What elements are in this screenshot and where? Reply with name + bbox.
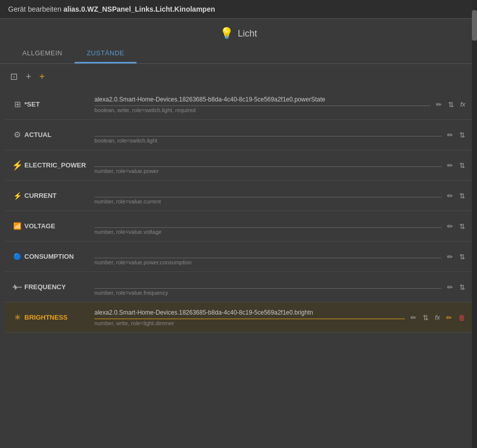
electric-power-icon: ⚡ xyxy=(10,160,24,171)
consumption-meta: number, role=value.power.consumption xyxy=(94,259,441,265)
brightness-label: BRIGHTNESS xyxy=(24,314,90,321)
state-row-electric-power: ⚡ ELECTRIC_POWER number, role=value.powe… xyxy=(5,150,472,181)
current-sort-btn[interactable]: ⇅ xyxy=(458,191,467,201)
frequency-value[interactable] xyxy=(94,279,441,289)
brightness-fx-btn[interactable]: fx xyxy=(433,313,441,322)
current-value[interactable] xyxy=(94,187,441,197)
set-fx-btn[interactable]: fx xyxy=(459,99,467,109)
brightness-pencil-btn[interactable]: ✏ xyxy=(445,313,454,323)
header-prefix: Gerät bearbeiten xyxy=(8,5,61,13)
brightness-meta: number, write, role=light.dimmer xyxy=(94,320,405,326)
plus-icon[interactable]: + xyxy=(26,72,31,82)
frequency-icon xyxy=(10,283,24,291)
electric-power-sort-btn[interactable]: ⇅ xyxy=(458,160,467,170)
states-list: ⊞ *SET alexa2.0.Smart-Home-Devices.18263… xyxy=(0,89,477,333)
frequency-meta: number, role=value.frequency xyxy=(94,290,441,296)
state-row-set: ⊞ *SET alexa2.0.Smart-Home-Devices.18263… xyxy=(5,89,472,120)
brightness-delete-btn[interactable]: 🗑 xyxy=(457,313,467,323)
current-label: CURRENT xyxy=(24,192,90,199)
electric-power-actions: ✏ ⇅ xyxy=(446,160,467,170)
scrollbar[interactable] xyxy=(472,0,477,448)
electric-power-value[interactable] xyxy=(94,157,441,167)
page-header: Gerät bearbeiten alias.0.WZ_NSPanel_Link… xyxy=(0,0,477,19)
tab-allgemein[interactable]: ALLGEMEIN xyxy=(10,44,75,63)
current-edit-btn[interactable]: ✏ xyxy=(446,191,455,201)
consumption-icon: 🔵 xyxy=(10,253,24,260)
set-input-area: alexa2.0.Smart-Home-Devices.18263685-b8d… xyxy=(94,96,430,113)
voltage-meta: number, role=value.voltage xyxy=(94,229,441,235)
electric-power-input-area: number, role=value.power xyxy=(94,157,441,174)
voltage-sort-btn[interactable]: ⇅ xyxy=(458,221,467,231)
voltage-actions: ✏ ⇅ xyxy=(446,221,467,231)
current-meta: number, role=value.current xyxy=(94,198,441,204)
frequency-actions: ✏ ⇅ xyxy=(446,282,467,292)
frequency-sort-btn[interactable]: ⇅ xyxy=(458,282,467,292)
consumption-input-area: number, role=value.power.consumption xyxy=(94,248,441,265)
frequency-edit-btn[interactable]: ✏ xyxy=(446,282,455,292)
set-label: *SET xyxy=(24,100,90,108)
actual-value[interactable] xyxy=(94,126,441,136)
bulb-icon: 💡 xyxy=(220,27,233,40)
device-title-bar: 💡 Licht xyxy=(0,19,477,44)
header-title: alias.0.WZ_NSPanel_Links.Licht.Kinolampe… xyxy=(63,5,215,13)
current-input-area: number, role=value.current xyxy=(94,187,441,204)
consumption-value[interactable] xyxy=(94,248,441,258)
set-meta: boolean, write, role=switch.light, requi… xyxy=(94,107,430,113)
actual-icon: ⚙ xyxy=(10,130,24,140)
brightness-actions: ✏ ⇅ fx ✏ 🗑 xyxy=(409,313,467,323)
set-icon: ⊞ xyxy=(10,99,24,109)
device-name: Licht xyxy=(237,28,257,39)
electric-power-meta: number, role=value.power xyxy=(94,168,441,174)
actual-actions: ✏ ⇅ xyxy=(446,130,467,140)
voltage-label: VOLTAGE xyxy=(24,222,90,230)
state-row-brightness: ✳ BRIGHTNESS alexa2.0.Smart-Home-Devices… xyxy=(5,302,472,333)
voltage-edit-btn[interactable]: ✏ xyxy=(446,221,455,231)
consumption-label: CONSUMPTION xyxy=(24,253,90,260)
state-row-current: ⚡ CURRENT number, role=value.current ✏ ⇅ xyxy=(5,181,472,211)
brightness-input-area: alexa2.0.Smart-Home-Devices.18263685-b8d… xyxy=(94,309,405,326)
voltage-value[interactable] xyxy=(94,218,441,228)
actual-sort-btn[interactable]: ⇅ xyxy=(458,130,467,140)
set-edit-btn[interactable]: ✏ xyxy=(434,99,444,110)
consumption-edit-btn[interactable]: ✏ xyxy=(446,252,455,262)
current-icon: ⚡ xyxy=(10,192,24,200)
electric-power-edit-btn[interactable]: ✏ xyxy=(446,160,455,170)
state-row-actual: ⚙ ACTUAL boolean, role=switch.light ✏ ⇅ xyxy=(5,120,472,150)
set-actions: ✏ ⇅ fx xyxy=(434,99,467,110)
tab-bar: ALLGEMEIN ZUSTÄNDE xyxy=(0,44,477,64)
state-row-frequency: FREQUENCY number, role=value.frequency ✏… xyxy=(5,272,472,302)
brightness-icon: ✳ xyxy=(10,313,24,322)
voltage-input-area: number, role=value.voltage xyxy=(94,218,441,235)
consumption-sort-btn[interactable]: ⇅ xyxy=(458,252,467,262)
frequency-input-area: number, role=value.frequency xyxy=(94,279,441,296)
tab-zustaende[interactable]: ZUSTÄNDE xyxy=(75,44,137,63)
brightness-sort-btn[interactable]: ⇅ xyxy=(421,313,430,323)
electric-power-label: ELECTRIC_POWER xyxy=(24,161,90,169)
state-row-voltage: 📶 VOLTAGE number, role=value.voltage ✏ ⇅ xyxy=(5,211,472,242)
scrollbar-thumb[interactable] xyxy=(472,10,477,41)
actual-label: ACTUAL xyxy=(24,131,90,139)
actual-input-area: boolean, role=switch.light xyxy=(94,126,441,144)
actual-meta: boolean, role=switch.light xyxy=(94,137,441,144)
brightness-value[interactable]: alexa2.0.Smart-Home-Devices.18263685-b8d… xyxy=(94,309,405,319)
state-row-consumption: 🔵 CONSUMPTION number, role=value.power.c… xyxy=(5,242,472,272)
set-sort-btn[interactable]: ⇅ xyxy=(447,99,456,110)
plus-orange-icon[interactable]: + xyxy=(40,72,45,82)
toolbar: ⊡ + + xyxy=(0,64,477,89)
brightness-edit-btn[interactable]: ✏ xyxy=(409,313,418,323)
voltage-icon: 📶 xyxy=(10,222,24,230)
frequency-label: FREQUENCY xyxy=(24,283,90,291)
set-value[interactable]: alexa2.0.Smart-Home-Devices.18263685-b8d… xyxy=(94,96,430,106)
grid-icon[interactable]: ⊡ xyxy=(10,71,18,82)
actual-edit-btn[interactable]: ✏ xyxy=(446,130,455,140)
consumption-actions: ✏ ⇅ xyxy=(446,252,467,262)
current-actions: ✏ ⇅ xyxy=(446,191,467,201)
